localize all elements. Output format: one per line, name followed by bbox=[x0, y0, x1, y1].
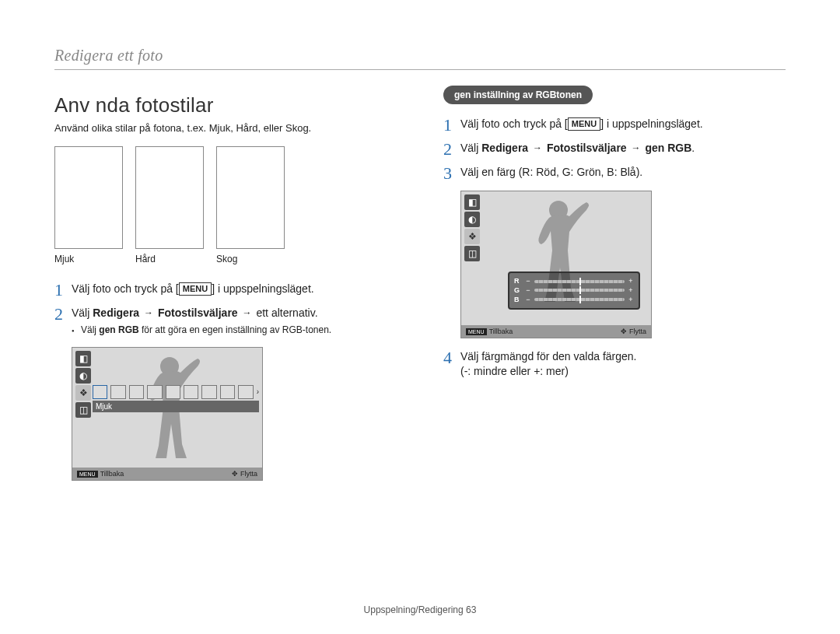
step-number: 2 bbox=[54, 303, 63, 326]
thumb-label: Skog bbox=[216, 254, 285, 264]
right-column: gen inställning av RGBtonen 1 Välj foto … bbox=[443, 86, 786, 481]
rotate-icon: ◧ bbox=[75, 351, 91, 366]
step-number: 1 bbox=[443, 114, 452, 137]
header-rule bbox=[54, 69, 786, 70]
left-column: Anv nda fotostilar Använd olika stilar p… bbox=[54, 86, 397, 481]
step-text: Välj foto och tryck på [MENU] i uppspeln… bbox=[72, 282, 314, 295]
style-swatch bbox=[166, 385, 180, 399]
style-swatch bbox=[238, 385, 253, 399]
device-canvas: ◧ ◐ ❖ ◫ R − bbox=[461, 191, 651, 325]
menu-key: MENU bbox=[568, 117, 600, 131]
rgb-panel: R − + G − + B − bbox=[508, 271, 640, 309]
menu-key: MENU bbox=[179, 282, 212, 296]
page-footer: Uppspelning/Redigering 63 bbox=[0, 604, 840, 615]
section-title: Anv nda fotostilar bbox=[54, 93, 397, 117]
back-hint: MENUTillbaka bbox=[466, 328, 513, 335]
adjust-icon: ◫ bbox=[464, 246, 480, 261]
rgb-track bbox=[534, 280, 625, 283]
device-icon-stack: ◧ ◐ ❖ ◫ bbox=[75, 351, 91, 419]
style-swatch bbox=[147, 385, 162, 399]
arrow-right-icon: → bbox=[243, 306, 252, 319]
thumb-label: Mjuk bbox=[54, 254, 123, 264]
palette-icon: ❖ bbox=[75, 385, 91, 401]
dpad-icon: ✥ bbox=[232, 470, 238, 478]
step-number: 1 bbox=[54, 278, 63, 302]
device-footer: MENUTillbaka ✥Flytta bbox=[72, 468, 262, 480]
style-label: Mjuk bbox=[93, 401, 259, 412]
step-text: Välj foto och tryck på [MENU] i uppspeln… bbox=[460, 117, 703, 130]
move-hint: ✥Flytta bbox=[232, 470, 257, 478]
palette-icon: ❖ bbox=[464, 229, 480, 244]
right-steps: 1 Välj foto och tryck på [MENU] i uppspe… bbox=[443, 117, 786, 180]
style-swatch bbox=[220, 385, 235, 399]
thumb-label: Hård bbox=[135, 254, 204, 264]
style-thumb-labels: Mjuk Hård Skog bbox=[54, 254, 397, 264]
step-number: 4 bbox=[443, 346, 452, 370]
step-number: 3 bbox=[443, 162, 452, 185]
minus-icon: − bbox=[525, 277, 531, 285]
rgb-tick bbox=[579, 278, 581, 285]
device-preview-rgb: ◧ ◐ ❖ ◫ R − bbox=[460, 191, 652, 338]
step-number: 2 bbox=[443, 138, 452, 161]
scroll-arrow-icon: › bbox=[257, 387, 259, 396]
dpad-icon: ✥ bbox=[621, 328, 627, 335]
rgb-row-b: B − + bbox=[514, 296, 634, 304]
plus-icon: + bbox=[628, 296, 634, 304]
step-1: 1 Välj foto och tryck på [MENU] i uppspe… bbox=[54, 282, 397, 296]
crop-icon: ◐ bbox=[75, 368, 91, 384]
step-text: Välj färgmängd för den valda färgen. (-:… bbox=[460, 350, 636, 377]
thumb-mjuk bbox=[54, 146, 123, 249]
step-2-sub-item: Välj gen RGB för att göra en egen instäl… bbox=[72, 324, 397, 336]
step-3: 3 Välj en färg (R: Röd, G: Grön, B: Blå)… bbox=[443, 165, 786, 180]
plus-icon: + bbox=[628, 277, 634, 285]
step-text: Välj en färg (R: Röd, G: Grön, B: Blå). bbox=[460, 166, 642, 178]
step-2-sub: Välj gen RGB för att göra en egen instäl… bbox=[72, 324, 397, 336]
rgb-row-g: G − + bbox=[514, 286, 634, 295]
back-hint: MENUTillbaka bbox=[77, 470, 124, 478]
page-header: Redigera ett foto bbox=[54, 47, 786, 65]
rotate-icon: ◧ bbox=[464, 194, 480, 210]
arrow-right-icon: → bbox=[144, 306, 153, 319]
device-icon-stack: ◧ ◐ ❖ ◫ bbox=[464, 194, 480, 263]
style-toolbar: › bbox=[93, 385, 259, 399]
left-steps: 1 Välj foto och tryck på [MENU] i uppspe… bbox=[54, 282, 397, 336]
style-swatch bbox=[184, 385, 198, 399]
step-4: 4 Välj färgmängd för den valda färgen. (… bbox=[443, 349, 786, 379]
columns: Anv nda fotostilar Använd olika stilar p… bbox=[54, 86, 786, 481]
step-2: 2 Välj Redigera → Fotostilsväljare → ett… bbox=[54, 306, 397, 336]
thumb-hard bbox=[135, 146, 204, 249]
rgb-track bbox=[534, 298, 625, 301]
step-1: 1 Välj foto och tryck på [MENU] i uppspe… bbox=[443, 117, 786, 131]
plus-icon: + bbox=[628, 286, 634, 295]
adjust-icon: ◫ bbox=[75, 402, 91, 418]
step-text: Välj Redigera → Fotostilsväljare → gen R… bbox=[460, 142, 695, 154]
step-2: 2 Välj Redigera → Fotostilsväljare → gen… bbox=[443, 141, 786, 156]
arrow-right-icon: → bbox=[632, 142, 641, 154]
minus-icon: − bbox=[525, 286, 531, 295]
style-swatch bbox=[129, 385, 144, 399]
thumb-skog bbox=[216, 146, 285, 249]
crop-icon: ◐ bbox=[464, 212, 480, 227]
style-swatch bbox=[201, 385, 216, 399]
rgb-tick bbox=[579, 296, 581, 303]
menu-chip: MENU bbox=[466, 328, 487, 335]
arrow-right-icon: → bbox=[533, 142, 542, 154]
menu-chip: MENU bbox=[77, 471, 98, 478]
page: Redigera ett foto Anv nda fotostilar Anv… bbox=[0, 0, 840, 634]
device-preview-styles: ◧ ◐ ❖ ◫ bbox=[72, 347, 263, 481]
right-steps-cont: 4 Välj färgmängd för den valda färgen. (… bbox=[443, 349, 786, 379]
minus-icon: − bbox=[525, 296, 531, 304]
style-swatch bbox=[93, 385, 107, 399]
step-text: Välj Redigera → Fotostilsväljare → ett a… bbox=[72, 306, 318, 319]
section-intro: Använd olika stilar på fotona, t.ex. Mju… bbox=[54, 122, 397, 134]
rgb-track bbox=[534, 289, 625, 292]
subsection-pill: gen inställning av RGBtonen bbox=[443, 86, 593, 104]
rgb-tick bbox=[579, 286, 581, 294]
device-canvas: ◧ ◐ ❖ ◫ bbox=[72, 348, 262, 468]
style-thumbs bbox=[54, 146, 397, 249]
style-swatch bbox=[110, 385, 125, 399]
move-hint: ✥Flytta bbox=[621, 328, 646, 335]
rgb-row-r: R − + bbox=[514, 277, 634, 285]
device-footer: MENUTillbaka ✥Flytta bbox=[461, 325, 651, 338]
